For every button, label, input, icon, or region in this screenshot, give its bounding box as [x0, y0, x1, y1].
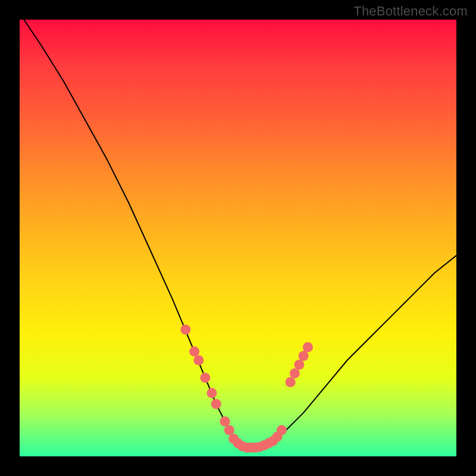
data-point	[211, 399, 221, 409]
plot-area	[20, 20, 456, 456]
data-point	[220, 416, 230, 427]
data-point	[193, 355, 203, 365]
data-point	[207, 388, 217, 398]
chart-frame: TheBottleneck.com	[0, 0, 476, 476]
data-point	[277, 425, 287, 436]
chart-overlay	[20, 20, 456, 456]
data-point	[286, 377, 296, 387]
data-point	[224, 425, 234, 436]
data-point	[299, 351, 309, 361]
data-point	[200, 372, 210, 383]
data-point	[290, 368, 300, 378]
data-point	[189, 346, 199, 356]
data-point	[294, 359, 304, 369]
watermark-text: TheBottleneck.com	[353, 4, 468, 19]
data-points-group	[180, 325, 313, 453]
bottleneck-curve	[24, 20, 456, 447]
data-point	[303, 342, 313, 352]
data-point	[180, 325, 190, 335]
